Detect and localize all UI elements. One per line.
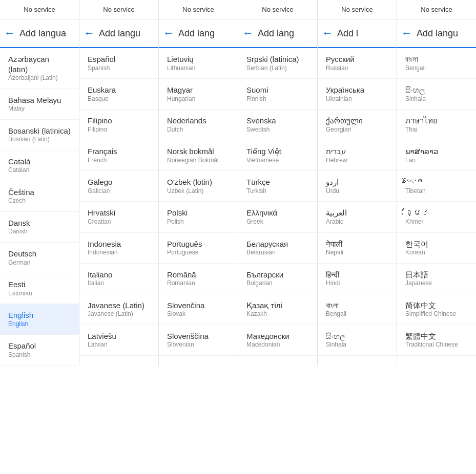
lang-item-4-9[interactable]: සිංහලSinhala [318, 325, 397, 356]
lang-item-0-4[interactable]: ČeštinaCzech [0, 181, 79, 212]
lang-native-5-5: ខ្មែរ [405, 208, 468, 218]
lang-item-4-4[interactable]: اردوUrdu [318, 171, 397, 202]
lang-english-5-2: Thai [405, 126, 468, 134]
panel-panel1: ←Add languaAzərbaycan (latın)Azerbaijani… [0, 19, 79, 365]
lang-english-5-4: Tibetan [405, 187, 468, 196]
lang-item-3-2[interactable]: SvenskaSwedish [238, 110, 317, 140]
lang-item-3-8[interactable]: Қазақ тіліKazakh [238, 294, 317, 325]
lang-english-5-8: Simplified Chinese [405, 310, 468, 318]
panel-header-3: ←Add lang [238, 19, 317, 48]
status-bar: No serviceNo serviceNo serviceNo service… [0, 0, 476, 19]
lang-item-4-1[interactable]: УкраїнськаUkrainian [318, 79, 397, 110]
lang-native-4-1: Українська [326, 85, 388, 95]
lang-native-0-0: Azərbaycan (latın) [8, 54, 71, 74]
lang-item-1-1[interactable]: EuskaraBasque [79, 79, 158, 110]
lang-item-5-2[interactable]: ภาษาไทยThai [397, 110, 476, 140]
lang-item-3-7[interactable]: БългарскиBulgarian [238, 264, 317, 294]
status-segment-0: No service [0, 0, 79, 19]
lang-item-1-6[interactable]: IndonesiaIndonesian [79, 233, 158, 264]
back-arrow-4[interactable]: ← [322, 27, 333, 40]
lang-item-2-5[interactable]: PolskiPolish [159, 202, 238, 232]
lang-item-4-7[interactable]: हिन्दीHindi [318, 264, 397, 294]
lang-item-4-2[interactable]: ქართულიGeorgian [318, 110, 397, 140]
lang-item-1-9[interactable]: LatviešuLatvian [79, 325, 158, 356]
lang-item-1-2[interactable]: FilipinoFilipino [79, 110, 158, 140]
lang-item-4-5[interactable]: العربيةArabic [318, 202, 397, 232]
lang-item-3-6[interactable]: БеларускаяBelarusian [238, 233, 317, 264]
lang-item-2-2[interactable]: NederlandsDutch [159, 110, 238, 140]
back-arrow-3[interactable]: ← [242, 27, 254, 40]
lang-native-5-2: ภาษาไทย [405, 116, 468, 126]
lang-item-1-0[interactable]: EspañolSpanish [79, 48, 158, 79]
panel-title-1: Add langu [99, 28, 140, 39]
lang-item-5-7[interactable]: 日本語Japanese [397, 264, 476, 294]
lang-native-4-7: हिन्दी [326, 270, 388, 280]
panel-panel3: ←Add langLietuviųLithuanianMagyarHungari… [159, 19, 238, 365]
panel-header-1: ←Add langu [79, 19, 158, 48]
lang-native-5-7: 日本語 [405, 270, 468, 280]
lang-native-2-2: Nederlands [167, 116, 230, 126]
lang-item-2-7[interactable]: RomânăRomanian [159, 264, 238, 294]
lang-english-2-3: Norwegian Bokmål [167, 157, 230, 165]
lang-native-1-6: Indonesia [88, 239, 150, 249]
lang-item-4-8[interactable]: বাংলাBengali [318, 294, 397, 325]
lang-native-3-6: Беларуская [246, 239, 309, 249]
back-arrow-2[interactable]: ← [163, 27, 174, 40]
lang-item-5-3[interactable]: ພາສາລາວLao [397, 140, 476, 171]
lang-item-5-4[interactable]: རྫོང་ཁTibetan [397, 171, 476, 202]
lang-item-1-7[interactable]: ItalianoItalian [79, 264, 158, 294]
back-arrow-0[interactable]: ← [4, 27, 15, 40]
lang-english-2-8: Slovak [167, 310, 230, 318]
lang-native-2-7: Română [167, 270, 230, 280]
lang-item-3-1[interactable]: SuomiFinnish [238, 79, 317, 110]
lang-english-3-6: Belarusian [246, 249, 309, 257]
lang-item-0-3[interactable]: CatalàCatalan [0, 150, 79, 181]
lang-item-2-8[interactable]: SlovenčinaSlovak [159, 294, 238, 325]
lang-item-0-5[interactable]: DanskDanish [0, 212, 79, 243]
lang-item-1-3[interactable]: FrançaisFrench [79, 140, 158, 171]
lang-item-0-8[interactable]: EnglishEnglish [0, 304, 79, 335]
lang-item-0-6[interactable]: DeutschGerman [0, 243, 79, 273]
lang-item-1-4[interactable]: GalegoGalician [79, 171, 158, 202]
back-arrow-5[interactable]: ← [401, 27, 412, 40]
lang-item-3-5[interactable]: ΕλληνικάGreek [238, 202, 317, 232]
lang-item-4-3[interactable]: עבריתHebrew [318, 140, 397, 171]
lang-item-2-9[interactable]: SlovenščinaSlovenian [159, 325, 238, 356]
lang-item-2-1[interactable]: MagyarHungarian [159, 79, 238, 110]
lang-english-3-1: Finnish [246, 95, 309, 103]
lang-item-0-1[interactable]: Bahasa MelayuMalay [0, 89, 79, 120]
lang-item-3-0[interactable]: Srpski (latinica)Serbian (Latin) [238, 48, 317, 79]
lang-item-3-3[interactable]: Tiếng ViệtVietnamese [238, 140, 317, 171]
lang-item-0-7[interactable]: EestiEstonian [0, 273, 79, 304]
lang-item-5-1[interactable]: සිංහලSinhala [397, 79, 476, 110]
lang-native-5-3: ພາສາລາວ [405, 146, 468, 157]
back-arrow-1[interactable]: ← [84, 27, 95, 40]
lang-english-2-7: Romanian [167, 279, 230, 288]
lang-item-4-0[interactable]: РусскийRussian [318, 48, 397, 79]
lang-item-2-6[interactable]: PortuguêsPortuguese [159, 233, 238, 264]
lang-item-5-5[interactable]: ខ្មែរKhmer [397, 202, 476, 232]
lang-item-3-4[interactable]: TürkçeTurkish [238, 171, 317, 202]
lang-native-0-7: Eesti [8, 279, 71, 290]
lang-english-3-9: Macedonian [246, 341, 309, 349]
lang-native-3-9: Македонски [246, 331, 309, 341]
lang-item-0-0[interactable]: Azərbaycan (latın)Azerbaijani (Latin) [0, 48, 79, 89]
lang-native-0-1: Bahasa Melayu [8, 95, 71, 105]
lang-item-4-6[interactable]: नेपालीNepali [318, 233, 397, 264]
lang-item-5-6[interactable]: 한국어Korean [397, 233, 476, 264]
panel-title-2: Add lang [178, 28, 215, 39]
lang-native-1-5: Hrvatski [88, 208, 150, 218]
lang-item-1-8[interactable]: Javanese (Latin)Javanese (Latin) [79, 294, 158, 325]
lang-item-5-8[interactable]: 简体中文Simplified Chinese [397, 294, 476, 325]
lang-item-5-9[interactable]: 繁體中文Traditional Chinese [397, 325, 476, 356]
lang-native-2-5: Polski [167, 208, 230, 218]
lang-item-2-0[interactable]: LietuviųLithuanian [159, 48, 238, 79]
lang-item-3-9[interactable]: МакедонскиMacedonian [238, 325, 317, 356]
lang-item-2-4[interactable]: O'zbek (lotin)Uzbek (Latin) [159, 171, 238, 202]
lang-item-1-5[interactable]: HrvatskiCroatian [79, 202, 158, 232]
lang-item-5-0[interactable]: বাংলাBengali [397, 48, 476, 79]
lang-item-2-3[interactable]: Norsk bokmålNorwegian Bokmål [159, 140, 238, 171]
lang-english-0-2: Bosnian (Latin) [8, 136, 71, 144]
lang-item-0-9[interactable]: EspañolSpanish [0, 335, 79, 365]
lang-item-0-2[interactable]: Bosanski (latinica)Bosnian (Latin) [0, 120, 79, 150]
